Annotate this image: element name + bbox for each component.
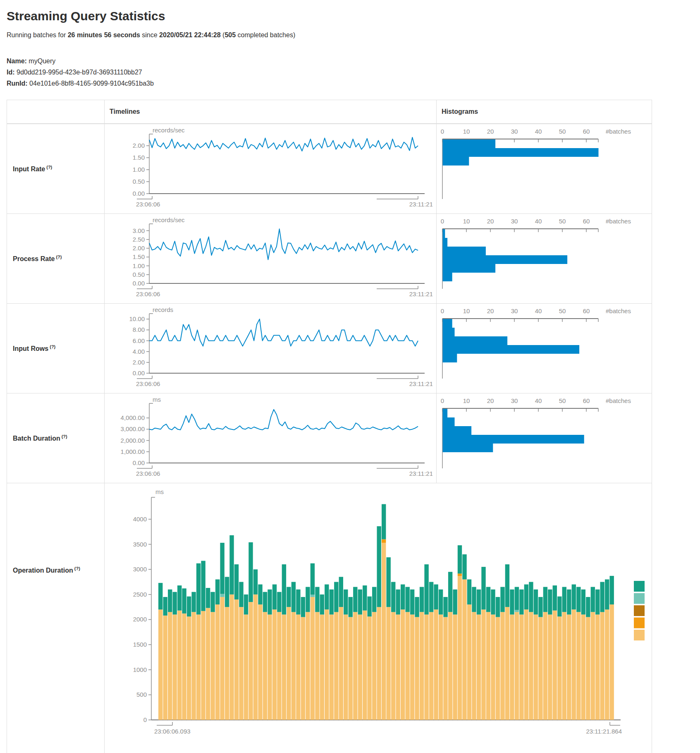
svg-text:23:11:21: 23:11:21 bbox=[409, 201, 432, 208]
svg-text:records/sec: records/sec bbox=[153, 127, 185, 134]
svg-text:2.00: 2.00 bbox=[133, 142, 145, 149]
page-title: Streaming Query Statistics bbox=[7, 9, 693, 23]
svg-text:2,000.00: 2,000.00 bbox=[121, 437, 145, 444]
process-rate-histogram-chart: 0102030405060#batches bbox=[440, 216, 647, 299]
id-label: Id: bbox=[7, 69, 15, 76]
batch-duration-label-cell: Batch Duration(?) bbox=[7, 393, 105, 483]
svg-text:50: 50 bbox=[559, 307, 566, 314]
svg-text:23:11:21: 23:11:21 bbox=[409, 470, 432, 477]
svg-text:3500: 3500 bbox=[133, 541, 147, 548]
batch-duration-histogram-chart: 0102030405060#batches bbox=[440, 396, 647, 479]
legend-swatch[interactable] bbox=[634, 605, 645, 616]
svg-text:10.00: 10.00 bbox=[129, 315, 145, 322]
svg-text:ms: ms bbox=[155, 488, 164, 495]
svg-text:20: 20 bbox=[487, 128, 494, 135]
svg-text:23:11:21: 23:11:21 bbox=[409, 380, 432, 387]
input-rows-histogram-cell: 0102030405060#batches bbox=[437, 304, 652, 393]
summary-open-paren: ( bbox=[221, 31, 225, 38]
streaming-query-statistics-page: Streaming Query Statistics Running batch… bbox=[0, 0, 700, 753]
svg-text:3.00: 3.00 bbox=[133, 227, 145, 234]
svg-text:0: 0 bbox=[441, 128, 444, 135]
svg-text:60: 60 bbox=[583, 218, 590, 225]
row-label: Input Rate bbox=[13, 165, 45, 173]
help-icon[interactable]: (?) bbox=[56, 254, 62, 259]
svg-text:4,000.00: 4,000.00 bbox=[121, 414, 145, 421]
legend-swatch[interactable] bbox=[634, 630, 645, 640]
name-value: myQuery bbox=[29, 58, 55, 65]
summary-prefix: Running batches for bbox=[7, 31, 68, 38]
help-icon[interactable]: (?) bbox=[46, 165, 52, 170]
legend-swatch[interactable] bbox=[634, 581, 645, 592]
runid-value: 04e101e6-8bf8-4165-9099-9104c951ba3b bbox=[29, 80, 154, 87]
help-icon[interactable]: (?) bbox=[74, 566, 80, 571]
svg-text:60: 60 bbox=[583, 307, 590, 314]
svg-text:23:11:21: 23:11:21 bbox=[409, 290, 432, 297]
svg-text:50: 50 bbox=[559, 397, 566, 404]
svg-text:records/sec: records/sec bbox=[153, 216, 185, 223]
svg-text:#batches: #batches bbox=[606, 218, 631, 225]
svg-text:50: 50 bbox=[559, 128, 566, 135]
svg-text:#batches: #batches bbox=[606, 128, 631, 135]
svg-text:23:06:06: 23:06:06 bbox=[136, 290, 160, 297]
row-label: Process Rate bbox=[13, 255, 55, 262]
process-rate-timeline-cell: records/sec3.002.502.001.501.000.500.002… bbox=[105, 214, 437, 304]
svg-text:6.00: 6.00 bbox=[133, 337, 145, 344]
svg-text:4000: 4000 bbox=[133, 516, 147, 523]
help-icon[interactable]: (?) bbox=[50, 344, 55, 349]
svg-text:1,000.00: 1,000.00 bbox=[121, 448, 145, 455]
summary-batch-count: 505 bbox=[225, 31, 236, 38]
svg-text:40: 40 bbox=[535, 218, 542, 225]
summary-duration: 26 minutes 56 seconds bbox=[68, 31, 140, 38]
svg-text:ms: ms bbox=[153, 396, 161, 403]
running-batches-summary: Running batches for 26 minutes 56 second… bbox=[7, 31, 693, 39]
svg-text:23:06:06: 23:06:06 bbox=[136, 201, 160, 208]
batch-duration-histogram-cell: 0102030405060#batches bbox=[437, 393, 652, 483]
svg-text:#batches: #batches bbox=[606, 307, 631, 314]
svg-text:0.00: 0.00 bbox=[133, 190, 145, 197]
svg-text:20: 20 bbox=[487, 218, 494, 225]
query-id-line: Id: 9d0dd219-995d-423e-b97d-36931110bb27 bbox=[7, 67, 693, 78]
summary-mid: since bbox=[140, 31, 159, 38]
svg-text:0: 0 bbox=[441, 307, 444, 314]
svg-text:8.00: 8.00 bbox=[133, 326, 145, 333]
legend-swatch[interactable] bbox=[634, 618, 645, 628]
input-rows-label-cell: Input Rows(?) bbox=[7, 304, 105, 393]
process-rate-timeline-chart: records/sec3.002.502.001.501.000.500.002… bbox=[108, 216, 432, 299]
svg-text:1.50: 1.50 bbox=[133, 253, 145, 260]
svg-text:2.00: 2.00 bbox=[133, 359, 145, 366]
name-label: Name: bbox=[7, 58, 27, 65]
svg-text:23:06:06: 23:06:06 bbox=[136, 470, 160, 477]
process-rate-histogram-cell: 0102030405060#batches bbox=[437, 214, 652, 304]
svg-text:0: 0 bbox=[143, 716, 147, 723]
input-rows-histogram-chart: 0102030405060#batches bbox=[440, 306, 647, 389]
svg-text:10: 10 bbox=[463, 218, 470, 225]
query-runid-line: RunId: 04e101e6-8bf8-4165-9099-9104c951b… bbox=[7, 78, 693, 89]
svg-text:30: 30 bbox=[511, 397, 518, 404]
process-rate-row: Process Rate(?) records/sec3.002.502.001… bbox=[7, 214, 652, 304]
svg-text:40: 40 bbox=[535, 397, 542, 404]
row-label: Input Rows bbox=[13, 345, 48, 352]
svg-text:records: records bbox=[153, 306, 173, 313]
svg-text:50: 50 bbox=[559, 218, 566, 225]
svg-text:#batches: #batches bbox=[606, 397, 631, 404]
legend-swatch[interactable] bbox=[634, 593, 645, 604]
runid-label: RunId: bbox=[7, 80, 28, 87]
svg-text:60: 60 bbox=[583, 397, 590, 404]
svg-text:0.50: 0.50 bbox=[133, 178, 145, 185]
svg-text:2500: 2500 bbox=[133, 591, 147, 598]
svg-text:1.50: 1.50 bbox=[133, 154, 145, 161]
svg-text:1500: 1500 bbox=[133, 641, 147, 648]
svg-text:30: 30 bbox=[511, 128, 518, 135]
input-rate-timeline-cell: records/sec2.001.501.000.500.0023:06:062… bbox=[105, 124, 437, 214]
operation-duration-row: Operation Duration(?) ms4000350030002500… bbox=[7, 483, 652, 753]
batch-duration-timeline-cell: ms4,000.003,000.002,000.001,000.000.0023… bbox=[105, 393, 437, 483]
svg-text:2.00: 2.00 bbox=[133, 245, 145, 252]
svg-text:23:11:21.864: 23:11:21.864 bbox=[586, 728, 622, 735]
input-rows-row: Input Rows(?) records10.008.006.004.002.… bbox=[7, 304, 652, 393]
help-icon[interactable]: (?) bbox=[62, 434, 67, 439]
operation-duration-chart: ms4000350030002500200015001000500023:06:… bbox=[108, 486, 645, 753]
svg-text:1.00: 1.00 bbox=[133, 166, 145, 173]
svg-text:10: 10 bbox=[463, 397, 470, 404]
id-value: 9d0dd219-995d-423e-b97d-36931110bb27 bbox=[17, 69, 142, 76]
row-label: Batch Duration bbox=[13, 435, 60, 442]
